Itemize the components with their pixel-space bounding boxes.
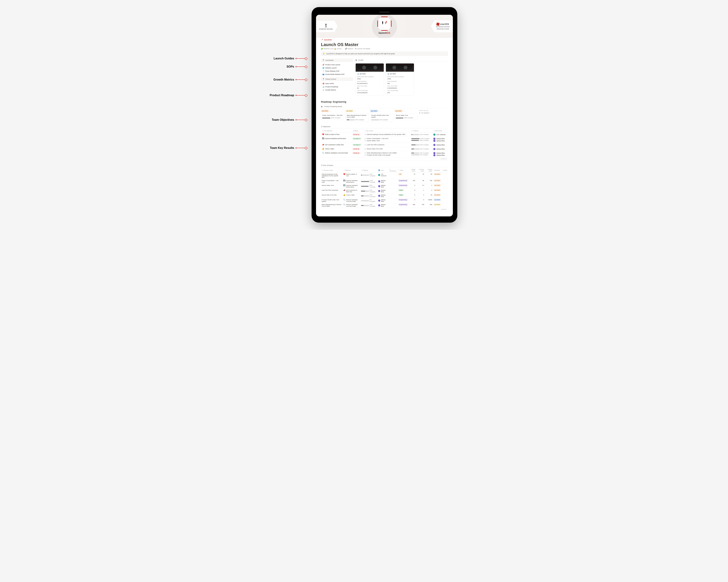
th-key-results[interactable]: ↗Key results (363, 129, 410, 133)
breadcrumb-item[interactable]: 🛰 Launch OS Master (355, 48, 370, 50)
th-progress[interactable]: ∑Progress (360, 168, 378, 173)
th-quarter[interactable]: ◑Quarter (433, 168, 442, 173)
th-progress[interactable]: QProgress (410, 129, 433, 133)
lead[interactable]: Ajinkya Bhat (378, 204, 388, 207)
no-quarter-item[interactable]: 🗓No Quarter 0 (419, 112, 439, 114)
table-row[interactable]: Power Consumption < 100 mAH 💾Improve har… (321, 179, 448, 184)
table-row[interactable]: Land Two Pilot Customers 📣Get Customers … (321, 189, 448, 194)
table-row[interactable]: Secure Sale of 20 Units 💰Close a Sale! ■… (321, 194, 448, 198)
table-row[interactable]: 📉Reduce Hardware Cost and Scale At risk … (321, 151, 448, 157)
column-tag[interactable]: Q2 2023 (395, 110, 402, 112)
board-card[interactable]: Mass Manufacturing to Reduce Cost to $50… (345, 113, 369, 122)
rocket-small-icon (321, 39, 323, 41)
lead[interactable]: Ajinkya Bhat (378, 184, 388, 188)
objective-title: Close a Sale! (325, 148, 334, 150)
kr-objective-link[interactable]: 📉Reduce Hardware Cost and Scale (343, 204, 360, 207)
column-tag[interactable]: Q1 2024 (370, 110, 378, 112)
breadcrumb-item[interactable]: 🚀 StartOS (345, 48, 353, 50)
table-row[interactable]: Mass Manufacturing to Reduce Cost to $50… (321, 203, 448, 208)
board-card[interactable]: Sensor delay <1ms ■■■■■■■■■□ 88% Complet… (395, 113, 418, 120)
th-team-leads[interactable]: QTeam leads (432, 129, 448, 133)
breadcrumb-item[interactable]: 🧩 StartOS v.2.01 🔒 (Acces… (321, 48, 343, 50)
th-objective[interactable]: AaAa Objective (321, 129, 352, 133)
kr-objective-link[interactable]: 💰Close a Sale! (343, 194, 360, 196)
banner-center-logo: launchOS (377, 17, 392, 34)
roadmap-tab[interactable]: ▦ Product Roadmap Board (321, 105, 448, 108)
krs-tab[interactable]: ☰ KRs: All teams (321, 163, 448, 167)
th-status[interactable]: ◑Status (352, 129, 363, 133)
table-row[interactable]: 💰Close a Sale! At risk ▲ 🗎Secure Sale of… (321, 147, 448, 151)
timeframe (389, 179, 397, 184)
lead[interactable]: Ajinkya Bhat (433, 148, 447, 150)
progress-bar: ■■■□□□□□□□ (412, 152, 419, 154)
table-row[interactable]: 📣Get Customers to Beta Test On track ✔ 🗎… (321, 143, 448, 147)
current-value: 1.5 (416, 184, 425, 189)
lead[interactable]: Ajinkya Bhat (433, 140, 447, 142)
kr-objective-link[interactable]: 📉Reduce Hardware Cost and Scale (343, 199, 360, 202)
th-team[interactable]: ✦Team (397, 168, 409, 173)
kr-link[interactable]: 🗎Internal employee survey satisfaction f… (365, 133, 409, 135)
kr-objective-link[interactable]: 📣Get Customers to Beta Test (343, 189, 360, 193)
growth-card[interactable]: 📊Q2 2023 Users at the start of Quarter :… (356, 63, 384, 96)
growth-tab[interactable]: ▦ Growth (356, 58, 448, 62)
nav-item[interactable]: 👥Social Media Release SOP (321, 73, 353, 76)
lead[interactable]: Ajinkya Bhat (378, 180, 388, 183)
kr-link[interactable]: 🗎Mass Manufacturing to Reduce Cost to $5… (365, 152, 409, 154)
table-row[interactable]: 💾Improve hardware performance On track ✔… (321, 137, 448, 143)
kr-objective-link[interactable]: 💾Improve hardware performance (343, 180, 360, 183)
board-card[interactable]: Produce 50,000 Units in the quarter □□□□… (370, 113, 393, 122)
lead[interactable]: Ajinkya Bhat (378, 194, 388, 197)
lead[interactable]: Ajinkya Bhat (378, 199, 388, 202)
nav-item[interactable]: 🎯Team OKRs (321, 82, 353, 85)
nav-item[interactable]: 🌐Website Launch (321, 66, 353, 70)
th-notes[interactable]: ≡Notes (441, 168, 448, 173)
board-card[interactable]: Power Consumption < 100 mAH ■■■■■■■■■■ 1… (321, 113, 344, 120)
table-row[interactable]: Internal employee survey satisfaction fo… (321, 173, 448, 179)
lead[interactable]: Ajinkya Bhat (433, 154, 447, 156)
kr-link[interactable]: 🗎Power Consumption < 100 mAH (365, 137, 409, 140)
nav-item[interactable]: 🚀Product Hunt Launch (321, 63, 353, 66)
breadcrumb-sep: / (344, 48, 344, 50)
kr-link[interactable]: 🗎Produce 50,000 Units in the quarter (365, 154, 409, 156)
lead[interactable]: Ajinkya Bhat (378, 189, 388, 193)
nav-item[interactable]: 📊Product Roadmap (321, 85, 353, 88)
rocket-icon (324, 23, 328, 28)
th-lead[interactable]: 👤Lead (378, 168, 389, 173)
progress-bar: ■■■■■■■■■□ (412, 140, 419, 141)
objectives-tab[interactable]: ☰ Objectives (321, 125, 448, 128)
growth-cards: 📊Q2 2023 Users at the start of Quarter :… (356, 63, 448, 96)
th-objective[interactable]: ↗Objective (342, 168, 360, 173)
nav-item[interactable]: 📄Press Release SOP (321, 70, 353, 73)
table-row[interactable]: ❤️Build a culture of love At risk ▲ 🗎Int… (321, 133, 448, 137)
column-tag[interactable]: Q3 2023 (321, 110, 329, 112)
lead[interactable]: Ajinkya Bhat (433, 144, 447, 146)
kr-objective-link[interactable]: 💾Improve hardware performance (343, 184, 360, 188)
doc-icon: 🗎 (365, 144, 366, 146)
table-row[interactable]: Sensor delay <1ms 💾Improve hardware perf… (321, 184, 448, 189)
table-row[interactable]: Produce 50,000 Units in the quarter 📉Red… (321, 198, 448, 203)
breadcrumb[interactable]: 🧩 StartOS v.2.01 🔒 (Acces… / 🚀 StartOS /… (321, 48, 448, 50)
column-tag[interactable]: Q4 2023 (345, 110, 354, 112)
startos-square-icon (436, 23, 440, 26)
lead[interactable]: Ajinkya Bhat (433, 152, 447, 154)
progress-pct: 0% Complete (380, 119, 388, 121)
kr-link[interactable]: 🗎Sensor delay <1ms (365, 140, 409, 142)
current-value: 0 (416, 198, 425, 203)
growth-card[interactable]: 📊Q1 2023 Users at the start of Quarter :… (386, 63, 414, 96)
th-current[interactable]: #Current Value (416, 168, 425, 173)
nav-item[interactable]: 📈Growth Metrics (321, 88, 353, 92)
kr-objective-link[interactable]: ❤️Build a culture of love (343, 173, 360, 177)
th-timeframe[interactable]: 🗓Timeframe (389, 168, 397, 173)
kr-link[interactable]: 🗎Land Two Pilot Customers (365, 144, 409, 146)
th-initial[interactable]: #Initial Value (409, 168, 416, 173)
kr-link[interactable]: 🗎Secure Sale of 20 Units (365, 148, 409, 150)
lead[interactable]: J.W. Ambrose (433, 133, 447, 136)
th-target[interactable]: #Target Value (425, 168, 433, 173)
target-value: 85 (425, 173, 433, 179)
lead[interactable]: Ajinkya Bhat (433, 137, 447, 140)
timeframe (389, 194, 397, 198)
th-kr[interactable]: AaAa Key results (321, 168, 342, 173)
nav-icon: 📈 (322, 89, 324, 91)
target-value: 20 (425, 194, 433, 198)
lead[interactable]: J.W. Ambrose (378, 173, 388, 177)
